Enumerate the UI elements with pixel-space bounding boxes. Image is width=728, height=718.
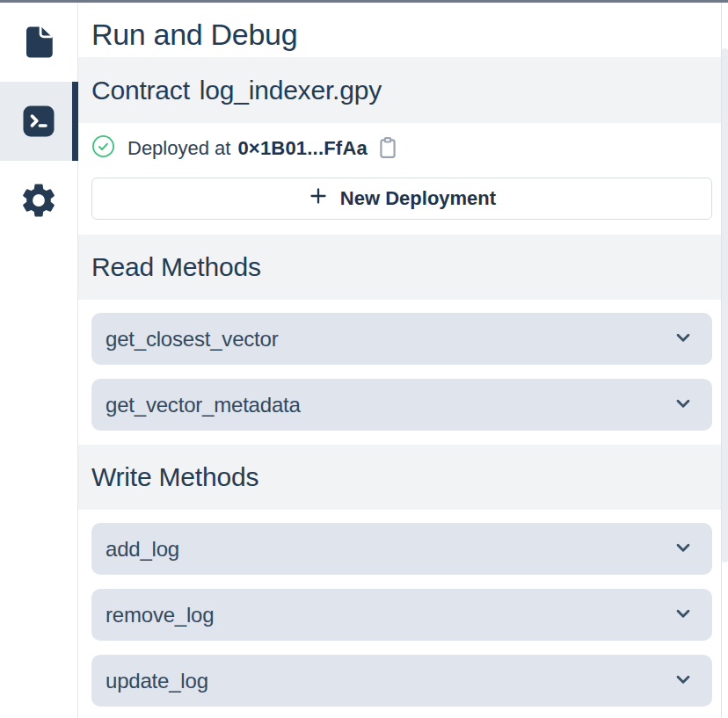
chevron-down-icon xyxy=(672,668,695,694)
gear-icon xyxy=(18,180,59,221)
plus-icon xyxy=(308,185,329,212)
run-and-debug-panel: Run and Debug Contract log_indexer.gpy D… xyxy=(78,3,721,718)
chevron-down-icon xyxy=(672,326,695,352)
chevron-down-icon xyxy=(672,392,695,418)
activity-bar-item-settings[interactable] xyxy=(0,161,77,240)
scrollbar-track[interactable] xyxy=(721,3,728,718)
activity-bar xyxy=(0,3,78,718)
new-deployment-label: New Deployment xyxy=(340,187,496,210)
copy-address-button[interactable] xyxy=(376,135,399,163)
method-section: Read Methods get_closest_vector get_vect… xyxy=(78,235,721,431)
chevron-down-icon xyxy=(672,536,695,562)
method-label: get_closest_vector xyxy=(106,327,279,352)
method-row-get_closest_vector[interactable]: get_closest_vector xyxy=(91,313,712,365)
method-row-get_vector_metadata[interactable]: get_vector_metadata xyxy=(91,379,712,431)
chevron-down-icon xyxy=(672,602,695,628)
section-header: Read Methods xyxy=(78,235,721,300)
method-section: Write Methods add_log remove_log update_… xyxy=(78,445,721,707)
method-row-remove_log[interactable]: remove_log xyxy=(91,589,712,641)
section-rows: add_log remove_log update_log xyxy=(78,510,721,707)
contract-address: 0×1B01...FfAa xyxy=(237,137,368,160)
contract-filename: log_indexer.gpy xyxy=(200,76,382,105)
deployment-status: Deployed at 0×1B01...FfAa xyxy=(91,133,712,164)
check-circle-icon xyxy=(91,134,115,163)
section-rows: get_closest_vector get_vector_metadata xyxy=(78,300,721,431)
method-row-update_log[interactable]: update_log xyxy=(91,655,712,707)
run-and-debug-layout: Run and Debug Contract log_indexer.gpy D… xyxy=(0,3,728,718)
activity-bar-item-terminal[interactable] xyxy=(0,82,77,161)
clipboard-icon xyxy=(376,135,399,163)
method-label: add_log xyxy=(106,537,179,562)
method-row-add_log[interactable]: add_log xyxy=(91,523,712,575)
method-label: remove_log xyxy=(106,603,214,627)
method-label: get_vector_metadata xyxy=(106,393,301,417)
active-item-indicator xyxy=(72,82,78,161)
method-label: update_log xyxy=(106,669,208,693)
section-title: Read Methods xyxy=(91,252,261,282)
activity-bar-item-files[interactable] xyxy=(0,3,77,82)
new-deployment-button[interactable]: New Deployment xyxy=(91,178,712,220)
deployed-at-label: Deployed at xyxy=(127,137,230,160)
page-title: Run and Debug xyxy=(78,3,721,57)
section-header: Write Methods xyxy=(78,445,721,510)
method-sections: Read Methods get_closest_vector get_vect… xyxy=(78,235,721,707)
contract-label: Contract xyxy=(91,76,190,105)
contract-header: Contract log_indexer.gpy xyxy=(78,57,721,123)
terminal-icon xyxy=(21,104,56,139)
scrollbar-thumb[interactable] xyxy=(722,48,728,562)
file-icon xyxy=(20,23,57,62)
section-title: Write Methods xyxy=(91,462,258,492)
